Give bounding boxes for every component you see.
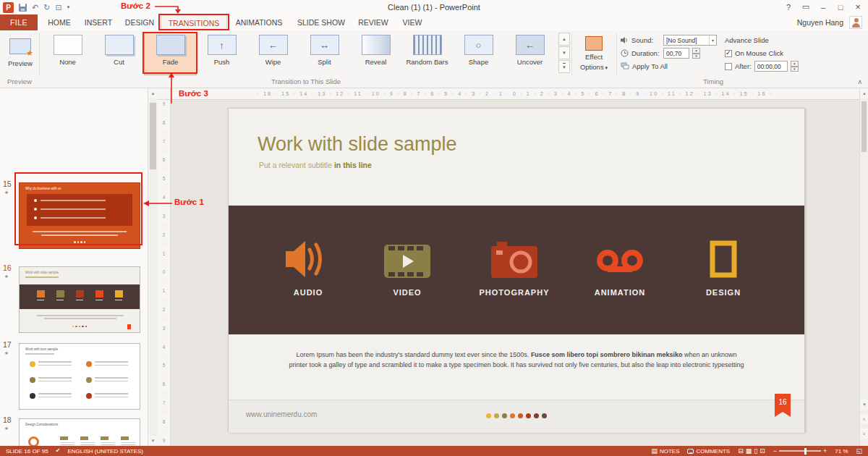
slide-thumbnail-15[interactable]: Why do business with us	[19, 182, 140, 249]
save-icon[interactable]	[19, 4, 27, 12]
design-feature[interactable]: DESIGN	[673, 232, 774, 297]
notes-icon	[651, 448, 658, 455]
fit-to-window-icon[interactable]	[856, 448, 862, 455]
tab-transitions[interactable]: TRANSITIONS	[161, 14, 227, 30]
maximize-icon[interactable]	[832, 0, 849, 14]
thumb-scroll-thumb[interactable]	[150, 103, 156, 169]
reading-view-icon[interactable]	[754, 448, 757, 455]
duration-input[interactable]: 00,70	[663, 48, 689, 59]
after-time-input[interactable]: 00:00,00	[754, 61, 788, 72]
animation-feature[interactable]: ANIMATION	[569, 232, 671, 297]
split-transition-icon	[310, 35, 339, 55]
slide-title[interactable]: Work with slide sample	[258, 133, 457, 156]
tab-insert[interactable]: INSERT	[78, 14, 119, 30]
normal-view-icon[interactable]	[738, 448, 744, 455]
none-transition-icon	[54, 35, 82, 55]
transition-shape[interactable]: Shape	[453, 33, 504, 75]
transition-reveal[interactable]: Reveal	[350, 33, 401, 75]
transition-random-bars[interactable]: Random Bars	[401, 33, 453, 75]
gallery-more-icon[interactable]	[558, 60, 570, 73]
on-mouse-click-checkbox[interactable]	[725, 50, 732, 57]
slideshow-view-icon[interactable]	[760, 448, 765, 455]
zoom-in-icon[interactable]	[823, 448, 827, 455]
slide-subtitle[interactable]: Put a relevant subtitle in this line	[259, 161, 372, 169]
apply-to-all-button[interactable]: Apply To All	[621, 61, 668, 72]
thumb-scroll-down-icon[interactable]	[148, 436, 158, 446]
preview-button[interactable]: Preview	[3, 33, 38, 75]
video-feature[interactable]: VIDEO	[357, 232, 458, 297]
slide-body-text[interactable]: Lorem Ipsum has been the industry's stan…	[286, 350, 746, 371]
reel-icon	[569, 232, 671, 278]
thumbnail-scrollbar[interactable]	[148, 88, 158, 446]
slide-thumbnail-17[interactable]: Work with icon sample	[19, 343, 140, 410]
tab-design[interactable]: DESIGN	[119, 14, 161, 30]
after-checkbox[interactable]	[725, 63, 732, 70]
help-icon[interactable]	[780, 0, 797, 14]
transition-wipe[interactable]: Wipe	[247, 33, 299, 75]
transition-none[interactable]: None	[42, 33, 93, 75]
thumb-scroll-up-icon[interactable]	[148, 88, 158, 98]
close-icon[interactable]	[849, 0, 867, 14]
group-label-preview: Preview	[0, 77, 39, 87]
slide-number-16: 16	[3, 263, 12, 272]
after-spinner[interactable]	[791, 61, 799, 72]
previous-slide-icon[interactable]	[860, 414, 868, 424]
tab-home[interactable]: HOME	[41, 14, 78, 30]
slide-thumbnail-16[interactable]: Work with slide sample	[19, 266, 140, 333]
collapse-ribbon-icon[interactable]	[857, 78, 862, 85]
next-slide-icon[interactable]	[860, 428, 868, 439]
slide-thumbnail-panel: 15 Why do business with us 16 Work with …	[0, 88, 158, 446]
ribbon-display-options-icon[interactable]	[797, 0, 814, 14]
frame-icon	[673, 232, 774, 278]
audio-feature[interactable]: AUDIO	[258, 232, 359, 297]
scroll-down-icon[interactable]	[860, 400, 868, 410]
comments-button[interactable]: COMMENTS	[687, 448, 730, 455]
scroll-up-icon[interactable]	[860, 88, 868, 98]
zoom-out-icon[interactable]	[773, 448, 777, 455]
slide-icon-band[interactable]: AUDIO VIDEO PHOTOGRAPHY ANIMATION	[229, 206, 804, 334]
start-slideshow-icon[interactable]	[55, 4, 61, 12]
scroll-thumb[interactable]	[861, 101, 867, 152]
sound-icon	[621, 36, 629, 44]
transition-fade[interactable]: Fade	[145, 33, 196, 75]
account-user-name[interactable]: Nguyen Hang	[797, 14, 843, 30]
proofing-icon[interactable]	[56, 448, 61, 454]
zoom-slider-thumb[interactable]	[804, 448, 807, 455]
gallery-scrollbar	[558, 33, 570, 74]
tab-animations[interactable]: ANIMATIONS	[227, 14, 291, 30]
ruler-corner	[158, 88, 171, 100]
minimize-icon[interactable]	[814, 0, 832, 14]
effect-options-button[interactable]: Effect Options	[574, 33, 613, 75]
transition-cut[interactable]: Cut	[93, 33, 145, 75]
language-indicator[interactable]: ENGLISH (UNITED STATES)	[67, 448, 143, 455]
gallery-scroll-up-icon[interactable]	[558, 33, 570, 46]
footer-dot	[526, 413, 531, 418]
slide-thumbnail-18[interactable]: Design Considerations	[19, 418, 140, 446]
on-mouse-click-option[interactable]: On Mouse Click	[725, 48, 783, 59]
qat-customize-icon[interactable]	[67, 4, 70, 10]
slide-area-scrollbar[interactable]	[859, 88, 868, 446]
transition-star-icon	[4, 274, 9, 279]
tab-view[interactable]: VIEW	[395, 14, 430, 30]
duration-spinner[interactable]	[692, 48, 700, 59]
gallery-scroll-down-icon[interactable]	[558, 46, 570, 59]
footer-dot	[518, 413, 523, 418]
after-option[interactable]: After: 00:00,00	[725, 61, 799, 72]
zoom-slider[interactable]	[779, 450, 821, 452]
tab-file[interactable]: FILE	[0, 14, 38, 30]
slide-canvas[interactable]: Work with slide sample Put a relevant su…	[228, 108, 805, 432]
slide-sorter-view-icon[interactable]	[746, 448, 752, 455]
transition-uncover[interactable]: Uncover	[504, 33, 556, 75]
notes-button[interactable]: NOTES	[651, 448, 679, 455]
account-avatar[interactable]	[849, 16, 862, 29]
dropdown-arrow-icon[interactable]	[709, 35, 714, 45]
tab-slide-show[interactable]: SLIDE SHOW	[291, 14, 352, 30]
sound-dropdown[interactable]: [No Sound]	[663, 35, 717, 46]
zoom-level[interactable]: 71 %	[835, 448, 848, 455]
transition-push[interactable]: Push	[196, 33, 247, 75]
transition-split[interactable]: Split	[299, 33, 350, 75]
tab-review[interactable]: REVIEW	[352, 14, 395, 30]
photography-feature[interactable]: PHOTOGRAPHY	[464, 232, 565, 297]
undo-icon[interactable]	[32, 4, 38, 12]
redo-icon[interactable]	[43, 4, 50, 12]
